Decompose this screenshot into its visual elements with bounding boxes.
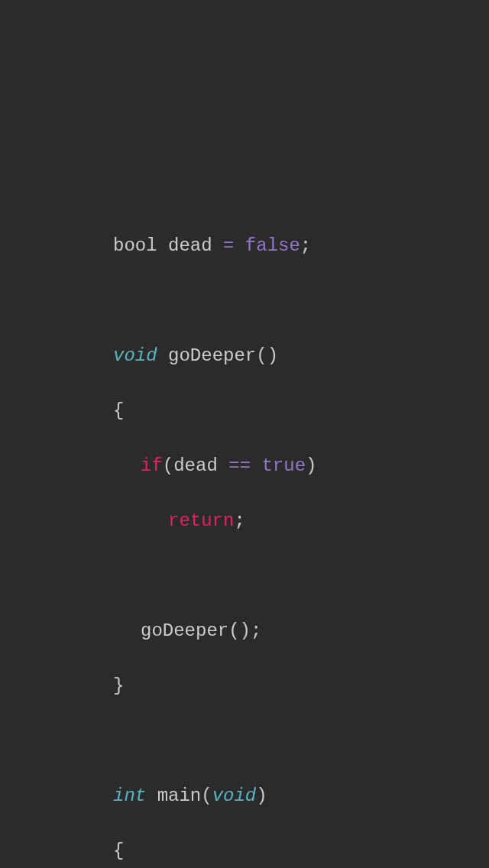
code-line: { — [113, 397, 489, 425]
close-paren: ) — [306, 455, 316, 476]
code-line: { — [113, 837, 489, 865]
code-line: goDeeper(); — [113, 617, 489, 645]
open-paren: ( — [201, 785, 212, 806]
blank-line — [113, 562, 489, 590]
code-line: } — [113, 672, 489, 700]
parentheses: () — [256, 345, 278, 366]
function-call: goDeeper — [141, 620, 228, 641]
blank-line — [113, 287, 489, 315]
semicolon: ; — [300, 235, 311, 256]
identifier: dead — [173, 455, 218, 476]
semicolon: ; — [234, 510, 244, 531]
code-block: bool dead = false; void goDeeper() { if(… — [0, 0, 489, 868]
type-keyword: void — [212, 785, 257, 806]
identifier: dead — [168, 235, 212, 256]
code-line: if(dead == true) — [113, 452, 489, 480]
return-keyword: return — [168, 510, 234, 531]
parentheses: (); — [228, 620, 261, 641]
if-keyword: if — [141, 455, 163, 476]
type-keyword: bool — [113, 235, 157, 256]
code-line: bool dead = false; — [113, 232, 489, 260]
constant: true — [261, 455, 306, 476]
constant: false — [245, 235, 300, 256]
blank-line — [113, 727, 489, 755]
open-brace: { — [113, 840, 124, 861]
type-keyword: int — [113, 785, 146, 806]
open-brace: { — [113, 400, 124, 421]
type-keyword: void — [113, 345, 157, 366]
close-brace: } — [113, 675, 124, 696]
function-name: goDeeper — [168, 345, 256, 366]
operator: == — [228, 455, 251, 476]
code-line: void goDeeper() — [113, 342, 489, 370]
close-paren: ) — [256, 785, 267, 806]
code-line: return; — [113, 507, 489, 535]
code-line: int main(void) — [113, 782, 489, 810]
open-paren: ( — [163, 455, 173, 476]
operator: = — [223, 235, 234, 256]
function-name: main — [157, 785, 202, 806]
